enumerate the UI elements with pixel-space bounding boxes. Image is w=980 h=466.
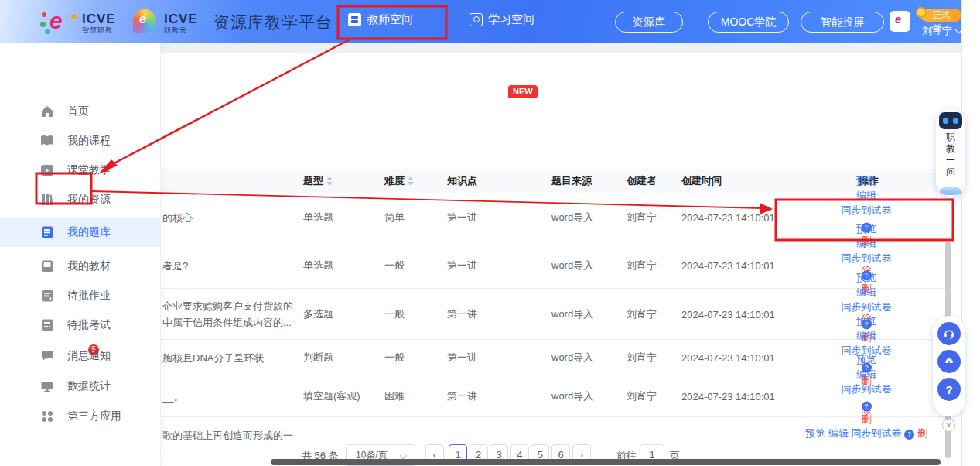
apps-icon (40, 409, 54, 423)
sidebar-item-label: 数据统计 (67, 379, 111, 393)
question-difficulty: 简单 (384, 211, 405, 224)
row-actions-partial: 预览 编辑 同步到试卷 ? 删 (783, 427, 950, 440)
knowledge-point: 第一讲 (447, 211, 477, 224)
sync-to-paper-link[interactable]: 同步到试卷 (842, 382, 892, 394)
question-source: word导入 (551, 259, 593, 272)
delete-link[interactable]: 删 (917, 427, 927, 439)
nav-divider (456, 15, 456, 29)
sidebar-item-5[interactable]: 我的题库 (0, 218, 161, 247)
question-source: word导入 (551, 211, 593, 224)
icve-cloud-logo-icon (133, 9, 156, 33)
stats-icon (40, 379, 54, 393)
preview-link[interactable]: 预览 (856, 222, 876, 234)
help-icon[interactable]: ? (862, 401, 872, 411)
column-creator: 创建者 (627, 174, 657, 188)
sidebar-item-1[interactable]: 首页 (0, 97, 161, 126)
question-type: 判断题 (303, 351, 333, 365)
courses-icon (40, 134, 54, 148)
question-text: 胞核且DNA分子呈环状 (162, 349, 295, 365)
top-header: e ICVE 智慧职教 ICVE 职教云 资源库教学平台 教师空间 学习空间 资… (0, 0, 961, 43)
cloud-icon (940, 187, 961, 195)
assistant-widget[interactable]: 职教一问 (936, 109, 965, 197)
creator: 刘宵宁 (627, 259, 657, 272)
sidebar-item-label: 首页 (67, 105, 89, 118)
sidebar-item-6[interactable]: 我的教材 (0, 252, 161, 281)
sort-icon[interactable] (326, 176, 333, 186)
brand-smart-vocational: ICVE 智慧职教 (82, 12, 116, 34)
question-source: word导入 (551, 389, 593, 403)
resources-icon (40, 193, 54, 207)
question-source: word导入 (551, 307, 593, 321)
user-menu[interactable]: 刘宵宁 (922, 24, 961, 38)
sidebar-item-label: 课堂教学 (67, 163, 111, 177)
customer-service-button[interactable] (937, 322, 961, 345)
edit-link[interactable]: 编辑 (828, 427, 849, 439)
page-title: 资源库教学平台 (213, 12, 333, 33)
edit-link[interactable]: 编辑 (856, 237, 876, 248)
assistant-label: 职教一问 (945, 132, 956, 178)
version-badge: 正式版 (920, 9, 961, 22)
column-knowledge: 知识点 (447, 174, 477, 188)
student-space-icon (470, 13, 483, 26)
sidebar-item-label: 我的题库 (67, 225, 111, 239)
mooc-college-button[interactable]: MOOC学院 (708, 12, 789, 33)
preview-link[interactable]: 预览 (805, 427, 825, 439)
question-bank-icon (40, 225, 54, 239)
column-type[interactable]: 题型 (303, 174, 333, 188)
question-type: 单选题 (303, 211, 333, 224)
column-created: 创建时间 (681, 174, 722, 188)
smart-cast-button[interactable]: 智能投屏 (801, 12, 884, 33)
resource-library-button[interactable]: 资源库 (615, 12, 683, 33)
sync-to-paper-link[interactable]: 同步到试卷 (852, 427, 902, 439)
app-icon[interactable]: e (890, 11, 910, 32)
question-difficulty: 一般 (384, 351, 405, 365)
sidebar-item-3[interactable]: 课堂教学 (0, 156, 161, 185)
sidebar-item-8[interactable]: 待批考试 (0, 310, 161, 340)
sidebar-item-label: 第三方应用 (67, 409, 121, 423)
preview-link[interactable]: 预览 (856, 314, 876, 326)
brand-vocational-cloud: ICVE 职教云 (164, 12, 198, 34)
edit-link[interactable]: 编辑 (856, 286, 876, 297)
horizontal-scrollbar[interactable] (271, 459, 941, 465)
sidebar-item-label: 待批作业 (67, 289, 111, 303)
sidebar-item-10[interactable]: 数据统计 (0, 372, 161, 401)
preview-link[interactable]: 预览 (856, 174, 876, 186)
sort-icon[interactable] (408, 176, 414, 186)
close-icon[interactable]: ✕ (942, 419, 955, 432)
sidebar-item-7[interactable]: 待批作业 (0, 281, 161, 310)
sidebar-item-2[interactable]: 我的课程 (0, 126, 161, 156)
creator: 刘宵宁 (627, 307, 657, 321)
sidebar-item-9[interactable]: 5消息通知 (0, 341, 161, 371)
sidebar-item-label: 我的课程 (67, 134, 111, 148)
question-difficulty: 困难 (384, 389, 405, 403)
help-icon[interactable]: ? (904, 430, 914, 440)
created-time: 2024-07-23 14:10:01 (681, 259, 775, 271)
edit-link[interactable]: 编辑 (856, 189, 876, 200)
new-badge: NEW (508, 85, 538, 98)
knowledge-point: 第一讲 (447, 351, 477, 365)
preview-link[interactable]: 预览 (856, 271, 876, 283)
question-text: 的核心 (162, 209, 295, 225)
question-source: word导入 (551, 351, 593, 365)
app-window: e ICVE 智慧职教 ICVE 职教云 资源库教学平台 教师空间 学习空间 资… (0, 0, 980, 466)
column-source: 题目来源 (551, 174, 592, 188)
column-difficulty[interactable]: 难度 (384, 174, 414, 188)
edit-link[interactable]: 编辑 (856, 368, 876, 379)
sidebar-item-4[interactable]: 我的资源 (0, 185, 161, 214)
knowledge-point: 第一讲 (447, 389, 477, 403)
created-time: 2024-07-23 14:10:01 (681, 390, 775, 402)
help-button[interactable]: ? (937, 378, 961, 401)
question-text: 者是? (162, 257, 295, 273)
sidebar: 首页我的课程课堂教学我的资源我的题库我的教材待批作业待批考试5消息通知数据统计第… (0, 43, 161, 466)
download-center-button[interactable] (937, 350, 961, 373)
question-difficulty: 一般 (384, 307, 405, 321)
question-type: 多选题 (303, 307, 333, 321)
tab-teacher-space[interactable]: 教师空间 (348, 12, 413, 27)
sidebar-item-11[interactable]: 第三方应用 (0, 402, 161, 431)
delete-link[interactable]: 删 (862, 413, 872, 424)
tab-student-space[interactable]: 学习空间 (470, 12, 534, 27)
preview-link[interactable]: 预览 (856, 353, 876, 365)
exam-icon (40, 318, 54, 332)
question-text-partial: 歌的基础上再创造而形成的一 (162, 429, 302, 443)
knowledge-point: 第一讲 (447, 307, 477, 321)
